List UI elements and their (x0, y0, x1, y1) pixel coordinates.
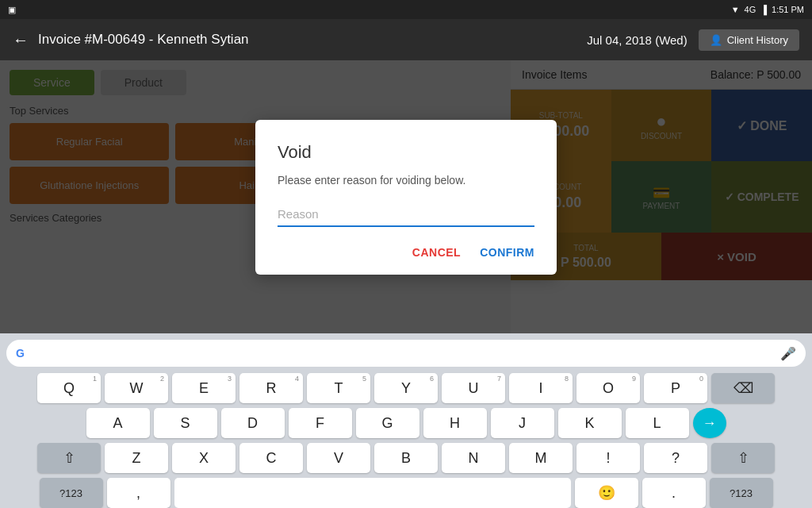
key-c[interactable]: C (239, 443, 303, 473)
time-display: 1:51 PM (772, 5, 804, 14)
keyboard-row-3: ⇧ Z X C V B N M ! ? ⇧ (2, 443, 810, 473)
key-p[interactable]: 0P (644, 373, 707, 403)
key-emoji[interactable]: 🙂 (575, 478, 638, 508)
key-enter[interactable]: → (693, 408, 726, 438)
key-i[interactable]: 8I (509, 373, 573, 403)
key-h[interactable]: H (423, 408, 487, 438)
invoice-title: Invoice #M-00649 - Kenneth Sytian (38, 32, 249, 48)
key-o[interactable]: 9O (576, 373, 640, 403)
key-shift-left[interactable]: ⇧ (37, 443, 101, 473)
key-question[interactable]: ? (644, 443, 707, 473)
key-shift-right[interactable]: ⇧ (711, 443, 775, 473)
person-icon: 👤 (710, 34, 722, 46)
key-g[interactable]: G (356, 408, 419, 438)
key-s[interactable]: S (154, 408, 217, 438)
key-f[interactable]: F (289, 408, 352, 438)
confirm-button[interactable]: CONFIRM (480, 246, 534, 259)
key-u[interactable]: 7U (442, 373, 505, 403)
void-dialog: Void Please enter reason for voiding bel… (255, 120, 557, 275)
key-w[interactable]: 2W (105, 373, 168, 403)
status-bar: ▣ ▼ 4G ▐ 1:51 PM (0, 0, 812, 19)
key-t[interactable]: 5T (307, 373, 370, 403)
key-v[interactable]: V (307, 443, 370, 473)
key-numbers-right[interactable]: ?123 (710, 478, 773, 508)
dialog-message: Please enter reason for voiding below. (278, 174, 534, 187)
back-arrow-icon[interactable]: ← (13, 31, 29, 49)
battery-icon: ▐ (760, 5, 767, 14)
key-k[interactable]: K (558, 408, 622, 438)
key-j[interactable]: J (491, 408, 554, 438)
key-q[interactable]: 1Q (37, 373, 101, 403)
key-a[interactable]: A (86, 408, 150, 438)
key-exclaim[interactable]: ! (576, 443, 640, 473)
main-content: Service Product Top Services Regular Fac… (0, 60, 812, 333)
key-z[interactable]: Z (105, 443, 168, 473)
key-space[interactable] (174, 478, 571, 508)
tablet-icon: ▣ (8, 5, 16, 15)
key-numbers[interactable]: ?123 (40, 478, 103, 508)
keyboard-rows: 1Q 2W 3E 4R 5T 6Y 7U 8I 9O 0P ⌫ A S D F … (0, 370, 812, 508)
microphone-icon[interactable]: 🎤 (780, 346, 796, 361)
keyboard-search-bar[interactable]: G 🎤 (6, 340, 806, 367)
key-backspace[interactable]: ⌫ (711, 373, 775, 403)
client-history-button[interactable]: 👤 Client History (699, 29, 799, 51)
signal-strength: 4G (745, 5, 756, 14)
key-b[interactable]: B (374, 443, 438, 473)
key-m[interactable]: M (509, 443, 573, 473)
modal-overlay: Void Please enter reason for voiding bel… (0, 60, 812, 333)
void-reason-input[interactable] (278, 202, 534, 227)
keyboard-row-4: ?123 , 🙂 . ?123 (2, 478, 810, 508)
keyboard-row-2: A S D F G H J K L → (2, 408, 810, 438)
google-logo: G (16, 347, 25, 360)
key-d[interactable]: D (221, 408, 285, 438)
key-n[interactable]: N (442, 443, 505, 473)
cancel-button[interactable]: CANCEL (412, 246, 461, 259)
key-l[interactable]: L (626, 408, 689, 438)
keyboard-area: G 🎤 1Q 2W 3E 4R 5T 6Y 7U 8I 9O 0P ⌫ A S … (0, 333, 812, 508)
key-x[interactable]: X (172, 443, 236, 473)
key-comma[interactable]: , (107, 478, 170, 508)
dialog-title: Void (278, 142, 534, 163)
key-period[interactable]: . (642, 478, 706, 508)
top-header: ← Invoice #M-00649 - Kenneth Sytian Jul … (0, 19, 812, 60)
wifi-icon: ▼ (731, 5, 740, 14)
invoice-date: Jul 04, 2018 (Wed) (587, 33, 687, 47)
key-r[interactable]: 4R (239, 373, 303, 403)
key-y[interactable]: 6Y (374, 373, 438, 403)
dialog-actions: CANCEL CONFIRM (278, 246, 534, 259)
keyboard-row-1: 1Q 2W 3E 4R 5T 6Y 7U 8I 9O 0P ⌫ (2, 373, 810, 403)
key-e[interactable]: 3E (172, 373, 236, 403)
